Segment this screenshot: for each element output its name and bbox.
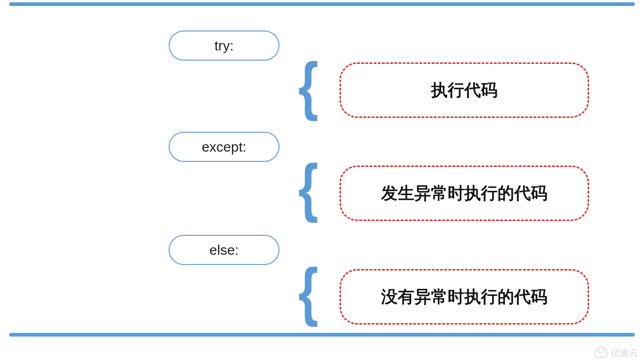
try-body-text: 执行代码 <box>431 79 498 102</box>
except-body-text: 发生异常时执行的代码 <box>381 182 547 205</box>
else-keyword-text: else: <box>209 242 238 258</box>
brace-icon: { <box>298 53 318 118</box>
else-keyword-box: else: <box>169 235 279 265</box>
try-body-box: 执行代码 <box>340 62 589 118</box>
except-body-box: 发生异常时执行的代码 <box>340 166 589 221</box>
bottom-divider <box>9 333 635 337</box>
brace-icon: { <box>298 259 318 324</box>
else-body-text: 没有异常时执行的代码 <box>381 286 547 308</box>
watermark-text: 亿速云 <box>611 347 638 359</box>
except-keyword-text: except: <box>202 139 247 155</box>
cloud-icon <box>594 349 608 358</box>
top-divider <box>9 2 635 6</box>
else-body-box: 没有异常时执行的代码 <box>340 269 589 325</box>
try-keyword-box: try: <box>169 31 279 61</box>
watermark: 亿速云 <box>594 347 638 359</box>
try-keyword-text: try: <box>214 38 234 54</box>
brace-icon: { <box>298 155 318 220</box>
except-keyword-box: except: <box>169 132 279 162</box>
